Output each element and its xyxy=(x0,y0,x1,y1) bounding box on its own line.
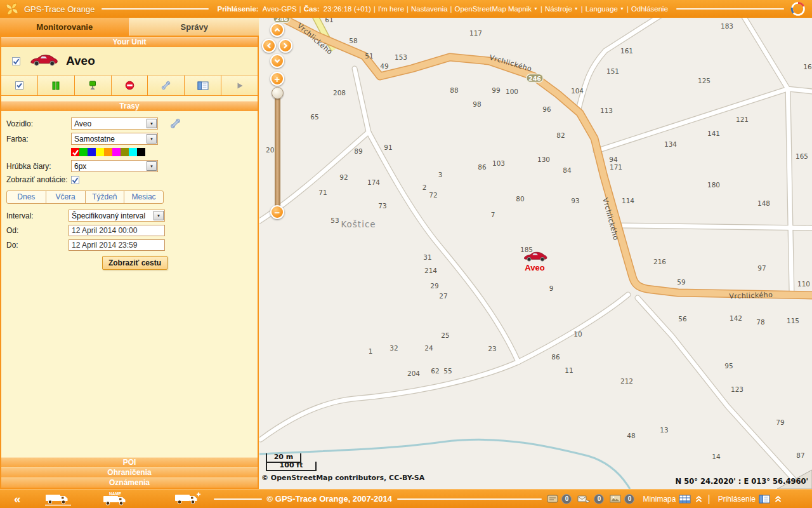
map-canvas[interactable]: 6158514915311720888991009896104652058991… xyxy=(259,18,812,489)
tab-reports[interactable]: Správy xyxy=(129,18,259,36)
house-number: 174 xyxy=(367,178,380,186)
color-select-value: Samostatne xyxy=(74,135,115,144)
color-swatch[interactable] xyxy=(71,148,79,156)
sidebar-tabs: Monitorovanie Správy xyxy=(0,18,259,36)
header-menu-language[interactable]: Language▼ xyxy=(586,5,624,13)
house-number: 86 xyxy=(478,163,487,171)
pause-button[interactable] xyxy=(38,76,74,95)
track-settings-wrench-icon[interactable] xyxy=(169,117,181,130)
range-button-t-de[interactable]: Týždeň xyxy=(86,191,125,203)
collapse-sidebar-button[interactable]: « xyxy=(14,493,20,505)
zoom-slider-handle[interactable] xyxy=(272,87,284,99)
unit-row: Aveo xyxy=(1,47,258,76)
zoom-out-button[interactable]: − xyxy=(270,205,284,219)
house-number: 104 xyxy=(571,87,584,95)
wrench-icon xyxy=(160,80,171,91)
signal-button[interactable] xyxy=(75,76,111,95)
range-button-mesiac[interactable]: Mesiac xyxy=(124,191,163,203)
house-number: 171 xyxy=(610,163,622,171)
notes-button[interactable] xyxy=(185,76,221,95)
annotations-checkbox[interactable] xyxy=(71,176,79,184)
show-route-button[interactable]: Zobraziť cestu xyxy=(102,256,167,270)
interval-select-value: Špecifikovaný interval xyxy=(72,211,145,220)
pan-down-button[interactable] xyxy=(270,54,284,68)
house-number: 161 xyxy=(620,47,633,55)
notification-counters: 000 xyxy=(547,494,640,504)
to-date-input[interactable] xyxy=(69,239,165,251)
chevron-down-icon[interactable]: ▼ xyxy=(154,211,164,220)
truck-name-icon[interactable]: NAME xyxy=(102,491,131,506)
house-number: 183 xyxy=(721,22,733,30)
route-shield: 246 xyxy=(527,74,543,83)
login-book-icon[interactable] xyxy=(759,495,770,504)
house-number: 14 xyxy=(712,453,721,460)
house-number: 7 xyxy=(491,211,495,218)
login-panel-label[interactable]: Prihlásenie xyxy=(718,495,756,504)
zoom-in-button[interactable]: + xyxy=(270,72,284,86)
tab-monitoring[interactable]: Monitorovanie xyxy=(0,18,129,36)
footer-divider-line xyxy=(397,498,542,500)
chevron-right-icon xyxy=(282,42,289,50)
message-icon[interactable] xyxy=(577,495,591,504)
color-swatch[interactable] xyxy=(79,148,88,156)
house-number: 86 xyxy=(551,353,560,361)
color-swatch[interactable] xyxy=(104,148,112,156)
wrench-button[interactable] xyxy=(148,76,184,95)
checkbox-button[interactable] xyxy=(1,76,37,95)
pan-left-button[interactable] xyxy=(262,39,276,53)
line-width-select[interactable]: 6px ▼ xyxy=(71,160,158,172)
minimap-icon[interactable] xyxy=(679,495,691,504)
interval-label: Interval: xyxy=(6,211,67,220)
minimap-label[interactable]: Minimapa xyxy=(643,495,676,504)
header-menu-prihl-senie: Prihlásenie: xyxy=(217,5,258,13)
counter-badge: 0 xyxy=(594,494,604,504)
house-number: 148 xyxy=(757,199,770,207)
color-swatch[interactable] xyxy=(112,148,121,156)
color-swatch[interactable] xyxy=(96,148,104,156)
block-button[interactable] xyxy=(112,76,148,95)
vehicle-select[interactable]: Aveo ▼ xyxy=(71,117,158,130)
unit-checkbox[interactable] xyxy=(12,57,20,65)
header-menu-odhl-senie[interactable]: Odhlásenie xyxy=(631,5,668,13)
color-swatch[interactable] xyxy=(129,148,137,156)
header-menu-nastavenia[interactable]: Nastavenia xyxy=(411,5,448,13)
section-ohrani-enia[interactable]: Ohraničenia xyxy=(1,467,258,478)
photo-icon[interactable] xyxy=(610,495,621,503)
zoom-slider-track[interactable] xyxy=(275,89,280,211)
from-date-input[interactable] xyxy=(69,225,165,236)
header-menu-i-m-here[interactable]: I'm here xyxy=(378,5,404,13)
header-menu: Prihlásenie:Aveo-GPS|Čas:23:26:18 (+01)|… xyxy=(215,5,670,13)
truck-add-icon[interactable] xyxy=(174,491,202,506)
login-chevrons-up-icon[interactable] xyxy=(775,495,782,503)
house-number: 2 xyxy=(422,184,427,191)
pan-right-button[interactable] xyxy=(278,39,292,53)
chevron-up-icon xyxy=(273,26,281,34)
header-menu-n-stroje[interactable]: Nástroje▼ xyxy=(545,5,579,13)
color-swatch[interactable] xyxy=(121,148,129,156)
vehicle-select-value: Aveo xyxy=(74,119,91,128)
truck-underline-icon[interactable] xyxy=(44,491,73,506)
color-swatch[interactable] xyxy=(137,148,145,156)
section-poi[interactable]: POI xyxy=(1,457,258,467)
unit-marker[interactable]: Aveo xyxy=(524,252,546,272)
house-number: 73 xyxy=(378,202,386,210)
panel-icon[interactable] xyxy=(547,495,558,503)
chevron-down-icon[interactable]: ▼ xyxy=(147,134,157,144)
color-palette xyxy=(71,148,252,156)
section-ozn-menia[interactable]: Oznámenia xyxy=(1,478,258,488)
house-number: 62 xyxy=(431,367,439,375)
house-number: 95 xyxy=(724,362,733,370)
header-menu-openstreetmap-mapnik[interactable]: OpenStreetMap Mapnik▼ xyxy=(455,5,538,13)
play-button[interactable] xyxy=(221,76,258,95)
house-number: 71 xyxy=(318,189,327,196)
footer-divider-line xyxy=(214,498,262,500)
color-select[interactable]: Samostatne ▼ xyxy=(71,133,158,145)
pan-up-button[interactable] xyxy=(270,23,284,37)
range-button-dnes[interactable]: Dnes xyxy=(7,191,46,203)
color-swatch[interactable] xyxy=(88,148,96,156)
range-button-v-era[interactable]: Včera xyxy=(46,191,86,203)
minimap-chevrons-up-icon[interactable] xyxy=(695,495,702,503)
chevron-down-icon[interactable]: ▼ xyxy=(147,119,157,128)
chevron-down-icon[interactable]: ▼ xyxy=(147,161,157,171)
interval-select[interactable]: Špecifikovaný interval ▼ xyxy=(69,210,165,222)
